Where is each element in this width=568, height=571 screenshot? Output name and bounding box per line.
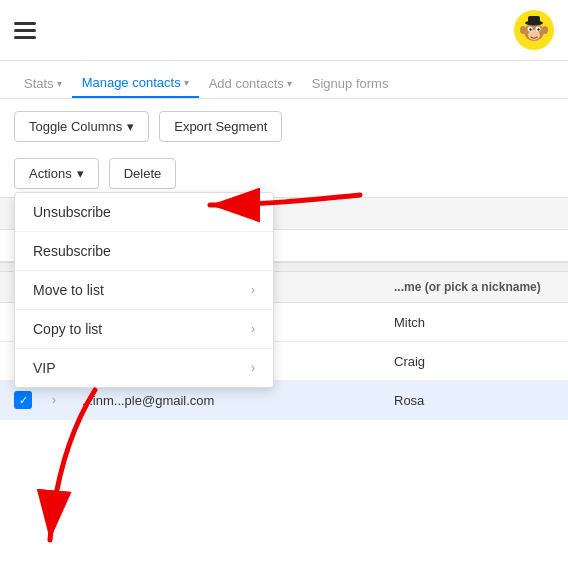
chevron-down-icon: ▾ [184, 77, 189, 88]
chevron-down-icon: ▾ [77, 166, 84, 181]
nav-bar: Stats ▾ Manage contacts ▾ Add contacts ▾… [0, 61, 568, 99]
chevron-right-icon: › [251, 322, 255, 336]
chevron-down-icon: ▾ [57, 78, 62, 89]
actions-dropdown-menu: Unsubscribe Resubscribe Move to list › C… [14, 192, 274, 388]
dropdown-item-resubscribe[interactable]: Resubscribe [15, 232, 273, 271]
name-cell: Mitch [394, 315, 554, 330]
actions-button[interactable]: Actions ▾ [14, 158, 99, 189]
actions-row: Actions ▾ Delete Unsubscribe Resubscribe… [0, 154, 568, 197]
dropdown-item-copy-to-list[interactable]: Copy to list › [15, 310, 273, 349]
svg-point-8 [542, 26, 548, 34]
name-cell: Craig [394, 354, 554, 369]
svg-point-5 [529, 28, 531, 30]
delete-button[interactable]: Delete [109, 158, 177, 189]
nav-item-stats[interactable]: Stats ▾ [14, 69, 72, 98]
toolbar: Toggle Columns ▾ Export Segment [0, 99, 568, 154]
header-name-col: ...me (or pick a nickname) [394, 280, 554, 294]
row-checkbox-col: ✓ [14, 391, 42, 409]
nav-item-manage-contacts[interactable]: Manage contacts ▾ [72, 69, 199, 98]
svg-rect-10 [528, 16, 540, 24]
toggle-columns-button[interactable]: Toggle Columns ▾ [14, 111, 149, 142]
mailchimp-logo [514, 10, 554, 50]
chevron-down-icon: ▾ [287, 78, 292, 89]
svg-point-6 [537, 28, 539, 30]
chevron-right-icon: › [251, 283, 255, 297]
nav-item-signup-forms[interactable]: Signup forms [302, 69, 399, 98]
nav-item-add-contacts[interactable]: Add contacts ▾ [199, 69, 302, 98]
dropdown-item-move-to-list[interactable]: Move to list › [15, 271, 273, 310]
header [0, 0, 568, 61]
export-segment-button[interactable]: Export Segment [159, 111, 282, 142]
row-expand-chevron[interactable]: › [52, 393, 72, 407]
email-cell: ...inm...ple@gmail.com [82, 393, 384, 408]
svg-point-7 [520, 26, 526, 34]
chevron-right-icon: › [251, 361, 255, 375]
chevron-down-icon: ▾ [127, 119, 134, 134]
row-checkbox[interactable]: ✓ [14, 391, 32, 409]
dropdown-item-vip[interactable]: VIP › [15, 349, 273, 387]
dropdown-item-unsubscribe[interactable]: Unsubscribe [15, 193, 273, 232]
name-cell: Rosa [394, 393, 554, 408]
hamburger-menu-icon[interactable] [14, 22, 36, 39]
